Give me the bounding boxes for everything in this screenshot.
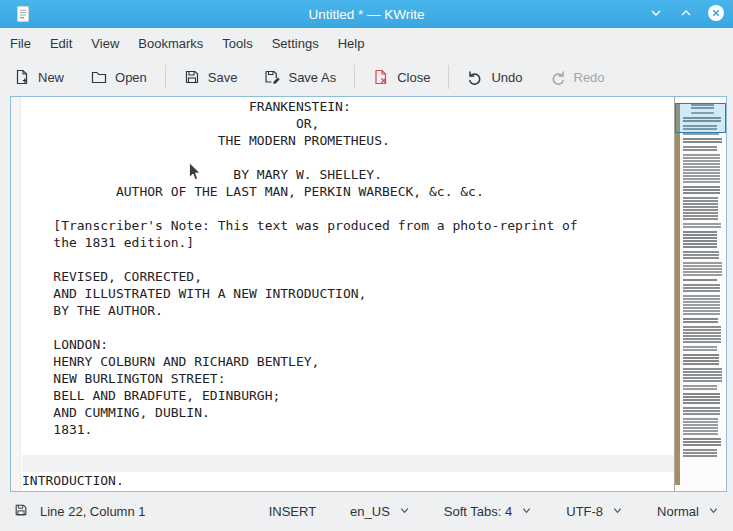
menubar: FileEditViewBookmarksToolsSettingsHelp <box>0 28 733 58</box>
open-folder-icon <box>91 69 107 85</box>
open-button[interactable]: Open <box>91 69 147 85</box>
new-button[interactable]: New <box>14 69 64 85</box>
close-document-icon <box>373 69 389 85</box>
minimap-paragraph <box>683 407 720 415</box>
text-line <box>22 251 674 268</box>
text-line: 1831. <box>22 421 674 438</box>
minimap-viewport[interactable] <box>675 103 726 133</box>
input-mode-status[interactable]: INSERT <box>269 504 316 519</box>
minimap-paragraph <box>683 146 717 151</box>
mouse-cursor <box>188 162 202 185</box>
kwrite-window: Untitled * — KWrite <box>0 0 733 531</box>
text-line: NEW BURLINGTON STREET: <box>22 370 674 387</box>
text-line: BY MARY W. SHELLEY. <box>22 166 674 183</box>
maximize-button[interactable] <box>677 5 695 23</box>
text-line: BELL AND BRADFUTE, EDINBURGH; <box>22 387 674 404</box>
text-line: [Transcriber's Note: This text was produ… <box>22 217 674 234</box>
minimap-paragraph <box>683 231 717 248</box>
text-editing-area[interactable]: FRANKENSTEIN: OR, THE MODERN PROMETHEUS.… <box>22 98 674 491</box>
modified-lines-marker <box>675 104 680 485</box>
tab-mode-value: Soft Tabs: 4 <box>444 504 512 519</box>
chevron-down-icon <box>521 504 532 519</box>
minimap-paragraph <box>683 223 721 228</box>
minimap-text <box>683 104 722 460</box>
minimize-button[interactable] <box>647 5 665 23</box>
text-line: HENRY COLBURN AND RICHARD BENTLEY, <box>22 353 674 370</box>
syntax-mode-dropdown[interactable]: Normal <box>657 504 719 519</box>
chevron-down-icon <box>708 504 719 519</box>
menu-item-edit[interactable]: Edit <box>50 36 72 51</box>
text-line: AND CUMMING, DUBLIN. <box>22 404 674 421</box>
minimap-paragraph <box>683 262 722 276</box>
modified-floppy-icon <box>14 503 28 520</box>
icon-border <box>11 97 21 491</box>
window-title: Untitled * — KWrite <box>0 7 733 22</box>
toolbar-separator <box>354 65 355 89</box>
minimap-paragraph <box>683 251 719 259</box>
save-icon <box>184 69 200 85</box>
tab-settings-dropdown[interactable]: Soft Tabs: 4 <box>444 504 532 519</box>
text-line: AUTHOR OF THE LAST MAN, PERKIN WARBECK, … <box>22 183 674 200</box>
toolbar-button-label: Save As <box>288 70 336 85</box>
minimap-paragraph <box>683 354 719 365</box>
toolbar: NewOpenSaveSave AsCloseUndoRedo <box>0 58 733 96</box>
close-window-button[interactable] <box>707 5 725 23</box>
redo-icon <box>550 69 566 85</box>
text-line: THE MODERN PROMETHEUS. <box>22 132 674 149</box>
text-line: the 1831 edition.] <box>22 234 674 251</box>
text-line <box>22 149 674 166</box>
minimap-paragraph <box>683 418 718 435</box>
minimap-paragraph <box>683 197 718 220</box>
minimap-paragraph <box>683 186 720 194</box>
minimap-paragraph <box>683 385 717 390</box>
toolbar-button-label: Undo <box>491 70 522 85</box>
redo-button[interactable]: Redo <box>550 69 605 85</box>
text-line: REVISED, CORRECTED, <box>22 268 674 285</box>
dictionary-dropdown[interactable]: en_US <box>350 504 410 519</box>
statusbar: Line 22, Column 1 INSERT en_US Soft Tabs… <box>0 492 733 531</box>
save-as-icon <box>264 69 280 85</box>
text-line: INTRODUCTION. <box>22 472 674 489</box>
minimap-paragraph <box>683 438 721 446</box>
chevron-down-icon <box>399 504 410 519</box>
minimap-paragraph <box>683 279 717 281</box>
encoding-dropdown[interactable]: UTF-8 <box>566 504 623 519</box>
minimap-paragraph <box>683 138 722 143</box>
text-line: OR, <box>22 115 674 132</box>
close-circle-icon <box>707 4 725 25</box>
text-line: FRANKENSTEIN: <box>22 98 674 115</box>
menu-item-file[interactable]: File <box>10 36 31 51</box>
toolbar-button-label: Save <box>208 70 238 85</box>
minimap-paragraph <box>683 154 720 183</box>
toolbar-button-label: Open <box>115 70 147 85</box>
minimap-paragraph <box>683 318 718 323</box>
toolbar-separator <box>165 65 166 89</box>
chevron-down-icon <box>612 504 623 519</box>
menu-item-view[interactable]: View <box>91 36 119 51</box>
editor-frame: FRANKENSTEIN: OR, THE MODERN PROMETHEUS.… <box>10 96 727 492</box>
minimap-paragraph <box>683 346 717 351</box>
minimap-scrollbar[interactable] <box>674 97 726 491</box>
chevron-up-icon <box>677 4 695 25</box>
chevron-down-icon <box>647 4 665 25</box>
minimap-paragraph <box>683 393 720 404</box>
toolbar-separator <box>448 65 449 89</box>
minimap-paragraph <box>683 295 720 315</box>
save-as-button[interactable]: Save As <box>264 69 336 85</box>
minimap-paragraph <box>683 326 721 343</box>
save-button[interactable]: Save <box>184 69 238 85</box>
close-button[interactable]: Close <box>373 69 430 85</box>
current-line <box>22 455 674 472</box>
undo-button[interactable]: Undo <box>467 69 522 85</box>
text-line: BY THE AUTHOR. <box>22 302 674 319</box>
menu-item-settings[interactable]: Settings <box>272 36 319 51</box>
menu-item-bookmarks[interactable]: Bookmarks <box>138 36 203 51</box>
menu-item-help[interactable]: Help <box>338 36 365 51</box>
cursor-position-status[interactable]: Line 22, Column 1 <box>40 504 146 519</box>
toolbar-button-label: Redo <box>574 70 605 85</box>
text-line: LONDON: <box>22 336 674 353</box>
new-document-icon <box>14 69 30 85</box>
menu-item-tools[interactable]: Tools <box>222 36 252 51</box>
dictionary-value: en_US <box>350 504 390 519</box>
minimap-paragraph <box>683 284 720 292</box>
